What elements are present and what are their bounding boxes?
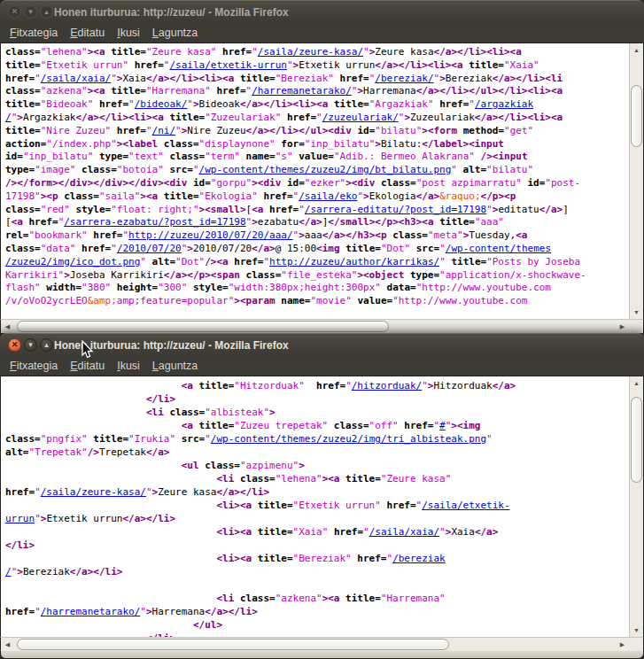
titlebar[interactable]: ✕ ▾ ▴ Honen iturburua: http://zuzeu/ - M… [0,333,644,357]
source-token: Hitzorduak [433,380,492,392]
source-token: "Bideoak" [41,98,94,110]
source-link[interactable]: /argazkiak [475,98,533,110]
source-token: "bookmark" [29,229,88,241]
source-token: href= [5,606,35,617]
source-link[interactable]: http://zuzeu/author/karrikas/ [269,256,439,267]
close-button[interactable]: ✕ [8,5,21,19]
source-line: id="inp_bilatu" type="text" class="term"… [5,151,629,164]
source-token: " [35,606,41,617]
source-link[interactable]: /wp-content/themes/zuzeu2/img/tri_albist… [211,433,486,445]
maximize-button[interactable]: ▴ [40,5,53,19]
menu-item-ikusi[interactable]: Ikusi [111,357,146,376]
scrollbar-thumb[interactable] [17,321,389,332]
source-token: href= [381,500,416,511]
source-link[interactable]: /zuzeulariak/ [322,112,399,123]
source-link[interactable]: / [5,566,12,578]
source-token: "300" [158,282,187,293]
source-link[interactable]: /harremanetarako/ [252,85,352,97]
horizontal-scrollbar[interactable]: ◀ ▶ [0,637,644,651]
source-link[interactable]: /bereziak/ [375,73,433,84]
menu-item-editatu[interactable]: Editatu [64,24,111,43]
vertical-scrollbar[interactable]: ▲ ▼ [629,376,643,637]
source-link[interactable]: /wp-content/themes [446,243,551,254]
source-token: > [193,98,199,110]
menu-item-fitxategia[interactable]: Fitxategia [4,357,64,376]
minimize-button[interactable]: ▾ [24,338,37,352]
source-link[interactable]: /bereziak [392,553,446,564]
scroll-down-button[interactable]: ▼ [630,624,643,637]
source-line: <a title="Zuzeu trepetak" class="off" hr… [5,419,629,432]
horizontal-scrollbar[interactable]: ◀ ▶ [0,319,644,333]
menu-item-fitxategia[interactable]: Fitxategia [4,24,64,43]
close-button[interactable]: ✕ [8,338,21,352]
source-link[interactable]: /ni/ [152,125,176,136]
scrollbar-track[interactable] [630,390,643,624]
source-link[interactable]: /saila/etxetik-urrun [169,59,286,71]
arrow-up-icon: ▲ [633,380,640,386]
arrow-left-icon: ◀ [5,323,10,330]
source-token: "get" [504,125,533,136]
vertical-scrollbar[interactable]: ▲ ▼ [629,43,643,319]
menu-item-ikusi[interactable]: Ikusi [111,24,146,43]
source-token: Nire Zuzeu [187,125,245,136]
minimize-button[interactable]: ▾ [24,5,37,19]
source-link[interactable]: /hitzorduak/ [352,380,422,392]
source-link[interactable]: http://zuzeu/2010/07/20/aaa/ [128,229,292,241]
source-link[interactable]: /saila/eko [299,190,357,202]
source-token: </a> [539,204,563,215]
source-line: href="/saila/xaia/">Xaia</a></li><li><a … [5,73,629,86]
source-link[interactable]: /sarrera-editatu/?post_id=17198 [305,204,486,215]
source-link[interactable]: /saila/zeure-kasa/ [41,486,146,498]
source-token: Bereziak [446,73,493,84]
source-token: 2010/07/20 [193,243,252,254]
source-link[interactable]: urrun [5,513,35,524]
scroll-down-button[interactable]: ▼ [630,306,643,319]
scroll-up-button[interactable]: ▲ [630,43,643,57]
source-view[interactable]: class="lehena"><a title="Zeure kasa" hre… [1,43,629,319]
source-link[interactable]: /zuzeu2/img/ico_dot.png [5,256,140,267]
source-link[interactable]: /saila/xaia/ [369,526,439,538]
source-token: "Posts by Joseba [486,256,580,267]
source-link[interactable]: /saila/xaia/ [41,73,111,84]
scroll-up-button[interactable]: ▲ [630,376,643,390]
source-token: href= [128,59,164,71]
scrollbar-track[interactable] [630,57,643,306]
source-line: Karrikiri">Joseba Karrikiri</a></p><span… [5,269,629,283]
source-link[interactable]: /saila/zeure-kasa/ [258,46,363,58]
source-link[interactable]: /bideoak/ [135,98,188,110]
scroll-left-button[interactable]: ◀ [1,320,14,333]
source-token: Bideoak [199,98,240,110]
menu-item-laguntza[interactable]: Laguntza [146,357,204,376]
source-token: href= [111,125,146,136]
menubar: FitxategiaEditatuIkusiLaguntza [0,24,644,43]
source-link[interactable]: /harremanetarako/ [41,606,141,617]
source-link[interactable]: /wp-content/themes/zuzeu2/img/bt_bilatu.… [199,164,452,175]
titlebar[interactable]: ✕ ▾ ▴ Honen iturburua: http://zuzeu/ - M… [0,0,644,24]
scrollbar-thumb[interactable] [631,85,642,147]
source-token: </a></li></ul><div [246,125,352,136]
scrollbar-thumb[interactable] [631,397,642,483]
source-token: title= [193,420,234,431]
menu-item-editatu[interactable]: Editatu [64,357,111,376]
mouse-cursor [81,340,95,360]
source-token: > [404,112,410,123]
scroll-left-button[interactable]: ◀ [1,638,14,651]
source-token: "inp_bilatu" [305,138,375,150]
source-link[interactable]: /sarrera-ezabatu/?post_id=17198 [64,216,245,228]
source-token: "float: right;" [111,204,198,215]
source-token: ><a [322,593,340,604]
scroll-right-button[interactable]: ▶ [616,320,629,333]
source-link[interactable]: / [5,112,12,123]
scrollbar-thumb[interactable] [17,639,449,650]
source-link[interactable]: /2010/07/20 [117,243,182,254]
source-link[interactable]: /saila/etxetik- [422,500,509,511]
menu-item-laguntza[interactable]: Laguntza [146,24,204,43]
source-token: </a></li><li><a [475,112,563,123]
source-view[interactable]: <a title="Hitzorduak" href="/hitzorduak/… [1,376,629,637]
source-token: </a></li></ul></li><li><a [416,85,563,97]
source-link[interactable]: # [439,420,446,431]
source-token: "albisteak" [205,407,269,418]
scroll-right-button[interactable]: ▶ [616,638,629,651]
source-token: </a> [252,243,275,254]
maximize-button[interactable]: ▴ [40,338,53,352]
